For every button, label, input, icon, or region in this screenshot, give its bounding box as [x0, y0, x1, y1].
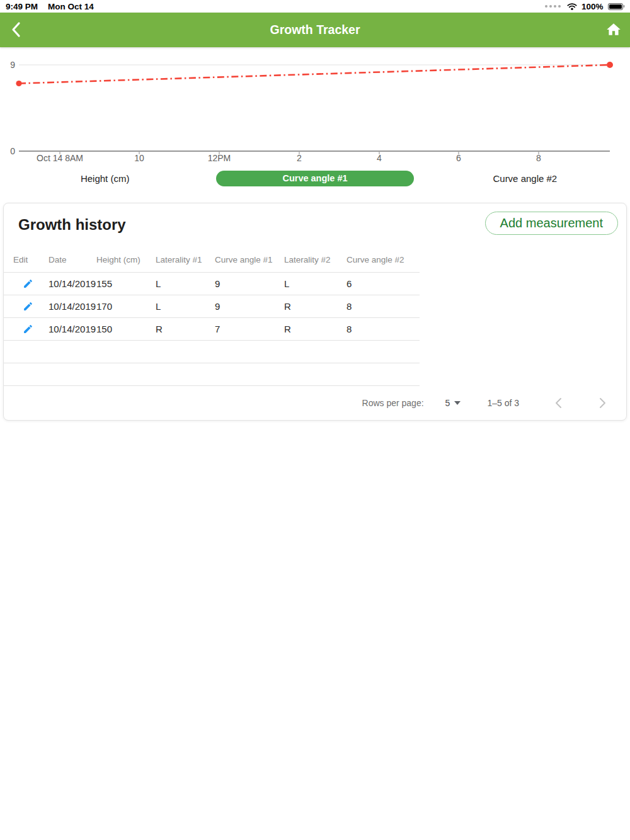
page-title: Growth Tracker: [0, 13, 630, 47]
x-tick-1: 10: [134, 153, 144, 163]
table-row-empty: [4, 363, 420, 386]
cell-date: 10/14/2019: [49, 301, 96, 312]
legend-item-curve-angle-2[interactable]: Curve angle #2: [493, 173, 557, 184]
home-button[interactable]: [605, 21, 622, 38]
edit-row-button[interactable]: [21, 277, 35, 291]
x-tick-3: 2: [297, 153, 302, 163]
table-pagination: Rows per page: 5 1–5 of 3: [4, 385, 626, 420]
cell-laterality-2: R: [284, 301, 346, 312]
cell-height: 170: [96, 301, 156, 312]
legend-item-curve-angle-1-selected[interactable]: Curve angle #1: [216, 171, 413, 186]
rows-per-page-value: 5: [445, 398, 450, 408]
cell-curve-angle-1: 7: [215, 324, 284, 334]
x-tick-4: 4: [377, 153, 382, 163]
battery-percent: 100%: [581, 2, 604, 11]
x-tick-6: 8: [536, 153, 541, 163]
x-tick-2: 12PM: [208, 153, 231, 163]
cell-date: 10/14/2019: [49, 278, 96, 289]
cell-laterality-2: R: [284, 324, 346, 334]
table-header-row: Edit Date Height (cm) Laterality #1 Curv…: [4, 247, 420, 273]
col-header-laterality-1: Laterality #1: [156, 255, 215, 264]
col-header-date: Date: [49, 255, 96, 264]
card-title: Growth history: [18, 216, 126, 234]
series-point-start: [16, 81, 21, 86]
cell-height: 150: [96, 324, 156, 334]
col-header-height: Height (cm): [96, 255, 156, 264]
chart-legend: Height (cm) Curve angle #1 Curve angle #…: [0, 167, 630, 190]
cell-curve-angle-2: 6: [346, 278, 420, 289]
battery-icon: [608, 3, 625, 10]
screen: 9:49 PM Mon Oct 14 100%: [0, 0, 630, 840]
y-tick-9: 9: [10, 60, 15, 70]
next-page-button[interactable]: [596, 397, 609, 409]
cell-laterality-1: L: [156, 278, 215, 289]
table-row: 10/14/2019 150 R 7 R 8: [4, 318, 420, 341]
app-bar: Growth Tracker: [0, 13, 630, 47]
legend-item-height[interactable]: Height (cm): [81, 173, 130, 184]
rows-per-page-select[interactable]: 5: [445, 398, 461, 408]
growth-history-card: Growth history Add measurement Edit Date…: [3, 203, 627, 421]
status-time: 9:49 PM: [6, 2, 38, 11]
wifi-icon: [567, 3, 577, 10]
col-header-laterality-2: Laterality #2: [284, 255, 346, 264]
cell-laterality-1: L: [156, 301, 215, 312]
rows-per-page-label: Rows per page:: [362, 398, 424, 408]
y-tick-0: 0: [10, 146, 15, 156]
previous-page-button[interactable]: [552, 397, 564, 409]
edit-row-button[interactable]: [21, 300, 35, 314]
status-bar: 9:49 PM Mon Oct 14 100%: [0, 0, 630, 13]
cellular-signal-icon: [545, 5, 561, 8]
table-row: 10/14/2019 155 L 9 L 6: [4, 273, 420, 295]
edit-row-button[interactable]: [21, 322, 35, 336]
col-header-edit: Edit: [13, 255, 49, 264]
cell-curve-angle-1: 9: [215, 301, 284, 312]
status-date: Mon Oct 14: [48, 2, 94, 11]
cell-laterality-1: R: [156, 324, 215, 334]
growth-history-table: Edit Date Height (cm) Laterality #1 Curv…: [4, 247, 420, 386]
col-header-curve-angle-1: Curve angle #1: [215, 255, 284, 264]
dropdown-arrow-icon: [454, 401, 461, 405]
table-row: 10/14/2019 170 L 9 R 8: [4, 295, 420, 318]
cell-curve-angle-1: 9: [215, 278, 284, 289]
cell-laterality-2: L: [284, 278, 346, 289]
table-row-empty: [4, 341, 420, 363]
x-tick-0: Oct 14 8AM: [37, 153, 83, 163]
cell-height: 155: [96, 278, 156, 289]
pagination-range: 1–5 of 3: [487, 398, 519, 408]
add-measurement-button[interactable]: Add measurement: [485, 212, 618, 235]
growth-chart: 9 0 Oct 14 8AM 10 12PM 2 4 6 8: [0, 47, 630, 167]
cell-curve-angle-2: 8: [346, 301, 420, 312]
x-tick-5: 6: [456, 153, 461, 163]
cell-date: 10/14/2019: [49, 324, 96, 334]
cell-curve-angle-2: 8: [346, 324, 420, 334]
col-header-curve-angle-2: Curve angle #2: [346, 255, 420, 264]
series-line-curve-angle-1: [19, 65, 610, 84]
series-point-end: [607, 62, 613, 68]
